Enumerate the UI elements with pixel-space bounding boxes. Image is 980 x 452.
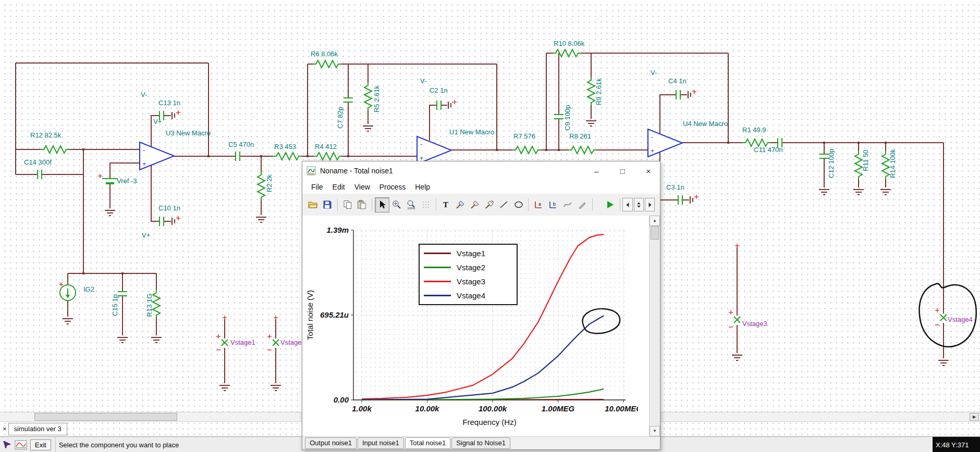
paste-icon[interactable]: [354, 197, 369, 212]
probe-meter-icon[interactable]: [482, 197, 497, 212]
legend-line-sample: [424, 253, 451, 254]
chart-legend: Vstage1Vstage2Vstage3Vstage4: [419, 244, 518, 305]
toolbar: 100%Tab: [302, 194, 660, 216]
legend-item-vstage3: Vstage3: [424, 274, 513, 288]
title-bar[interactable]: Noname - Total noise1 – □ ×: [302, 161, 660, 181]
document-tab-bar: × simulation ver 3: [0, 422, 67, 436]
legend-label: Vstage3: [457, 277, 485, 286]
pencil-icon[interactable]: [575, 197, 590, 212]
legend-line-sample: [424, 267, 451, 268]
doc-close-icon[interactable]: ×: [0, 425, 8, 433]
pointer-mode-icon[interactable]: [2, 440, 13, 450]
axis-a-icon[interactable]: a: [531, 197, 546, 212]
svg-text:100.00k: 100.00k: [479, 404, 507, 413]
tab-signal-to-noise1[interactable]: Signal to Noise1: [451, 437, 510, 449]
svg-text:1.39m: 1.39m: [326, 225, 349, 234]
x-axis-title: Frequency (Hz): [462, 418, 516, 426]
legend-line-sample: [424, 295, 451, 296]
svg-text:1.00k: 1.00k: [352, 404, 372, 413]
menu-view[interactable]: View: [350, 181, 375, 193]
diagram-icon[interactable]: [15, 440, 27, 450]
doc-tab-simulation[interactable]: simulation ver 3: [8, 423, 67, 435]
menu-bar: FileEditViewProcessHelp: [302, 180, 660, 194]
plot-area: 1.00k10.00k100.00k1.00MEG10.00MEG1.39m69…: [302, 216, 650, 436]
toolbar-separator: [372, 198, 372, 211]
legend-item-vstage1: Vstage1: [424, 246, 513, 260]
window-icon: [307, 166, 316, 175]
vertical-scrollbar[interactable]: ▲ ▼: [649, 216, 660, 436]
toolbar-separator: [592, 198, 593, 211]
curve-icon[interactable]: [560, 197, 575, 212]
exit-button[interactable]: Exit: [30, 440, 51, 450]
tab-output-noise1[interactable]: Output noise1: [305, 437, 357, 449]
svg-text:100%: 100%: [407, 207, 415, 210]
svg-text:10.00MEG: 10.00MEG: [605, 404, 638, 413]
svg-text:695.21u: 695.21u: [320, 310, 349, 319]
current-source-symbol: [60, 285, 76, 300]
toolbar-separator: [528, 198, 529, 211]
axis-b-icon[interactable]: b: [546, 197, 560, 212]
legend-line-sample: [424, 281, 451, 282]
svg-text:10.00k: 10.00k: [415, 404, 440, 413]
grid-icon[interactable]: [419, 197, 433, 212]
menu-edit[interactable]: Edit: [328, 181, 350, 193]
svg-text:a: a: [538, 202, 541, 207]
svg-text:1.00MEG: 1.00MEG: [542, 404, 575, 413]
ellipse-icon[interactable]: [511, 197, 526, 212]
cursor-icon[interactable]: [375, 197, 389, 212]
plot-tab-bar: Output noise1Input noise1Total noise1Sig…: [302, 436, 660, 449]
battery-symbol: [102, 179, 118, 183]
menu-process[interactable]: Process: [375, 181, 411, 193]
open-icon[interactable]: [305, 197, 320, 212]
hscroll-thumb[interactable]: [34, 413, 177, 421]
minimize-button[interactable]: –: [592, 167, 601, 175]
legend-label: Vstage2: [457, 263, 485, 272]
run-icon[interactable]: [603, 197, 617, 212]
svg-text:T: T: [443, 200, 448, 209]
cursor-coordinates: X:48 Y:371: [933, 437, 980, 452]
doc-tab-label: simulation ver 3: [14, 425, 62, 433]
scroll-up-icon[interactable]: ▲: [650, 216, 660, 226]
line-icon[interactable]: [497, 197, 511, 212]
legend-item-vstage4: Vstage4: [424, 288, 513, 303]
zoom-in-icon[interactable]: [389, 197, 404, 212]
tab-input-noise1[interactable]: Input noise1: [358, 437, 404, 449]
menu-file[interactable]: File: [307, 181, 328, 193]
probe-voltage-icon[interactable]: [453, 197, 468, 212]
probe-current-icon[interactable]: [468, 197, 482, 212]
scroll-down-icon[interactable]: ▼: [650, 426, 660, 436]
text-icon[interactable]: T: [438, 197, 453, 212]
toolbar-separator: [337, 198, 338, 211]
zoom-100-icon[interactable]: 100%: [404, 197, 419, 212]
toolbar-separator: [620, 198, 620, 211]
maximize-button[interactable]: □: [618, 167, 627, 175]
window-controls: – □ ×: [592, 161, 653, 180]
tab-total-noise1[interactable]: Total noise1: [405, 437, 450, 449]
legend-item-vstage2: Vstage2: [424, 260, 513, 274]
menu-help[interactable]: Help: [410, 181, 435, 193]
svg-text:b: b: [553, 202, 556, 207]
toolbar-separator: [436, 198, 436, 211]
close-button[interactable]: ×: [644, 167, 653, 175]
legend-label: Vstage4: [457, 291, 485, 300]
page-right-icon[interactable]: [645, 198, 655, 211]
window-title: Noname - Total noise1: [320, 167, 393, 175]
save-icon[interactable]: [320, 197, 335, 212]
plot-window: Noname - Total noise1 – □ × FileEditView…: [302, 161, 660, 450]
y-axis-title: Total noise (V): [305, 290, 314, 340]
page-left-icon[interactable]: [622, 198, 632, 211]
vscroll-thumb[interactable]: [651, 226, 659, 240]
copy-icon[interactable]: [340, 197, 355, 212]
hscroll-right-arrow-icon[interactable]: ▶: [970, 413, 979, 421]
page-spin-icon[interactable]: [634, 198, 644, 211]
legend-label: Vstage1: [457, 249, 485, 258]
svg-text:0.00: 0.00: [334, 395, 349, 404]
